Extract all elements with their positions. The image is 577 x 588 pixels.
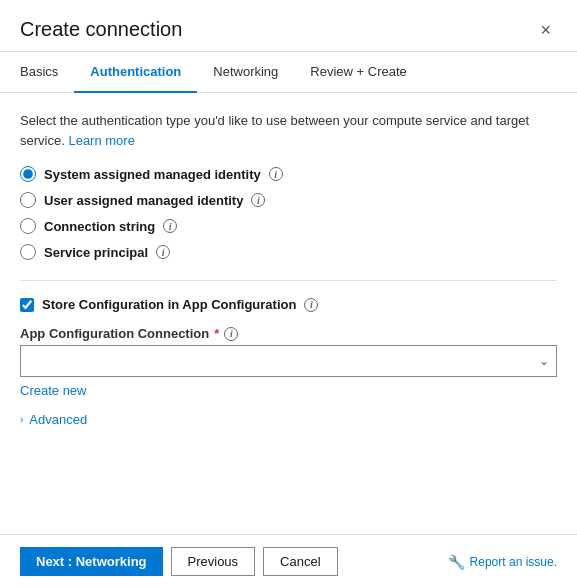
app-config-connection-select[interactable] bbox=[20, 345, 557, 377]
tab-authentication[interactable]: Authentication bbox=[74, 52, 197, 93]
learn-more-link[interactable]: Learn more bbox=[68, 133, 134, 148]
radio-user-assigned[interactable]: User assigned managed identity i bbox=[20, 192, 557, 208]
store-config-label: Store Configuration in App Configuration bbox=[42, 297, 296, 312]
tab-networking[interactable]: Networking bbox=[197, 52, 294, 93]
radio-user-assigned-input[interactable] bbox=[20, 192, 36, 208]
info-icon-user-assigned[interactable]: i bbox=[251, 193, 265, 207]
auth-radio-group: System assigned managed identity i User … bbox=[20, 166, 557, 260]
info-icon-app-config[interactable]: i bbox=[224, 327, 238, 341]
app-config-dropdown-wrapper: ⌄ bbox=[20, 345, 557, 377]
advanced-label: Advanced bbox=[29, 412, 87, 427]
info-icon-store-config[interactable]: i bbox=[304, 298, 318, 312]
report-icon: 🔧 bbox=[448, 554, 465, 570]
divider bbox=[20, 280, 557, 281]
dialog-title: Create connection bbox=[20, 18, 182, 41]
chevron-right-icon: › bbox=[20, 414, 23, 425]
info-icon-service-principal[interactable]: i bbox=[156, 245, 170, 259]
app-config-label: App Configuration Connection * i bbox=[20, 326, 557, 341]
tab-bar: Basics Authentication Networking Review … bbox=[0, 52, 577, 93]
dialog-footer: Next : Networking Previous Cancel 🔧 Repo… bbox=[0, 534, 577, 588]
close-button[interactable]: × bbox=[534, 19, 557, 41]
store-config-checkbox[interactable] bbox=[20, 298, 34, 312]
radio-connection-string-input[interactable] bbox=[20, 218, 36, 234]
info-icon-connection-string[interactable]: i bbox=[163, 219, 177, 233]
tab-basics[interactable]: Basics bbox=[20, 52, 74, 93]
dialog-header: Create connection × bbox=[0, 0, 577, 52]
advanced-section[interactable]: › Advanced bbox=[20, 412, 557, 427]
next-button[interactable]: Next : Networking bbox=[20, 547, 163, 576]
description-text: Select the authentication type you'd lik… bbox=[20, 111, 557, 150]
report-issue-link[interactable]: 🔧 Report an issue. bbox=[448, 554, 557, 570]
create-new-link[interactable]: Create new bbox=[20, 383, 86, 398]
store-config-row: Store Configuration in App Configuration… bbox=[20, 297, 557, 312]
cancel-button[interactable]: Cancel bbox=[263, 547, 337, 576]
radio-system-assigned-input[interactable] bbox=[20, 166, 36, 182]
radio-service-principal-input[interactable] bbox=[20, 244, 36, 260]
report-issue-text: Report an issue. bbox=[470, 555, 557, 569]
create-connection-dialog: Create connection × Basics Authenticatio… bbox=[0, 0, 577, 588]
dialog-body: Select the authentication type you'd lik… bbox=[0, 93, 577, 534]
radio-system-assigned[interactable]: System assigned managed identity i bbox=[20, 166, 557, 182]
radio-connection-string[interactable]: Connection string i bbox=[20, 218, 557, 234]
tab-review-create[interactable]: Review + Create bbox=[294, 52, 422, 93]
required-star: * bbox=[214, 326, 219, 341]
info-icon-system-assigned[interactable]: i bbox=[269, 167, 283, 181]
footer-left-buttons: Next : Networking Previous Cancel bbox=[20, 547, 338, 576]
radio-service-principal[interactable]: Service principal i bbox=[20, 244, 557, 260]
previous-button[interactable]: Previous bbox=[171, 547, 256, 576]
